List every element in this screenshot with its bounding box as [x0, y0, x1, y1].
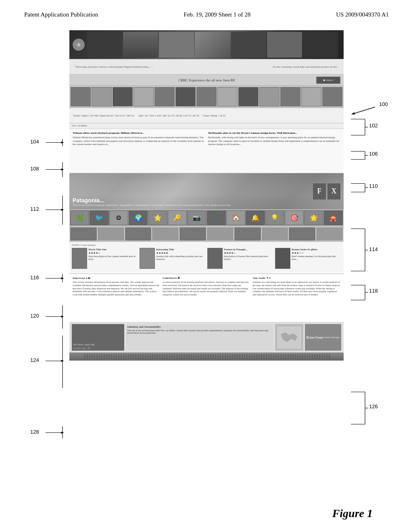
movie-title-1: Movie Title One — [88, 248, 138, 251]
feature-overlay: F X — [313, 183, 340, 200]
nav-search: “ Browsing Ancestry Library with Include… — [73, 64, 154, 69]
band-netflix: Netflix Long Queues Movie Title One ★★★★… — [69, 242, 344, 274]
thumb-1 — [71, 87, 91, 106]
page-container: Patent Application Publication Feb. 19, … — [0, 0, 413, 532]
stars-3: ★★★★☆ — [224, 251, 273, 255]
col1-title: Important ● ▶ — [73, 276, 160, 280]
thumb-2 — [92, 87, 112, 106]
webpage-screenshot: ⚙ “ Browsing Ancestry Library with Inclu… — [69, 30, 344, 361]
small-thumb-6 — [207, 227, 234, 241]
thumb-5 — [154, 87, 175, 106]
label-112: 112 — [30, 206, 39, 212]
netflix-item-1: Movie Title One ★★★★☆ Short description … — [72, 248, 138, 272]
overlay-f: F — [313, 183, 326, 200]
label-126: 126 — [369, 403, 378, 409]
icon-thumb-8: 🎵 — [207, 210, 226, 225]
thumb-8 — [217, 87, 238, 106]
band-three-col: Important ● ▶ This section contains info… — [69, 274, 344, 322]
col1-body: This section contains information about … — [73, 281, 160, 297]
netflix-item-2: Interesting Title ★★★★★ Another title wi… — [140, 248, 206, 272]
netflix-info-3: Feature in Triangle... ★★★★☆ Description… — [224, 248, 273, 272]
stat-3: Close | Week | 19.31 — [201, 114, 227, 118]
band-footer — [69, 353, 344, 361]
band-icon-thumbs: 🌿 🐦 ⚙ 🌍 ⭐ 🔑 📷 🎵 🏠 🔔 💡 🎯 🌟 🎪 — [69, 210, 344, 227]
netflix-item-4: Drama Series #2 glitter ★★★☆☆ Brief cont… — [275, 248, 341, 272]
small-thumb-1 — [70, 227, 97, 241]
thumb-7 — [196, 87, 217, 106]
small-thumb-9 — [289, 227, 315, 241]
col2-body: A critical analysis of the existing plat… — [163, 281, 250, 297]
label-104: 104 — [30, 139, 39, 145]
figure-caption: Figure 1 — [332, 507, 381, 520]
band-feature: Patagonia... This is our kind of company… — [69, 173, 344, 210]
netflix-img-1 — [72, 248, 87, 269]
icon-thumb-6: 🔑 — [168, 210, 187, 225]
overlay-x: X — [327, 183, 340, 200]
label-124: 124 — [30, 357, 39, 363]
icon-thumb-10: 🔔 — [246, 210, 265, 225]
netflix-img-4 — [275, 248, 290, 269]
nav-right-text: On this Genealogy social links and advan… — [271, 64, 340, 69]
icon-thumb-11: 💡 — [265, 210, 284, 225]
header-img-4 — [195, 32, 230, 58]
label-120: 120 — [30, 313, 39, 319]
three-col-3: Sub-Audit ✦ 9 Subtitles in a sub-listing… — [253, 276, 340, 320]
header-img-1 — [87, 32, 122, 58]
movie-title-2: Interesting Title — [156, 248, 206, 251]
small-thumb-4 — [152, 227, 179, 241]
map-svg — [277, 326, 301, 349]
diagram-area: 100 102 104 106 — [0, 22, 413, 532]
icon-thumb-7: 📷 — [187, 210, 206, 225]
netflix-title: Netflix Long Queues — [72, 243, 341, 247]
netflix-img-2 — [140, 248, 155, 269]
label-118: 118 — [369, 288, 378, 294]
ad-text: CBBC Experience the all new Juen R8 — [178, 78, 235, 82]
movie-desc-4: Brief content summary for this particula… — [292, 255, 341, 261]
thumb-12 — [301, 87, 321, 106]
stat-1: Ticker | Split | 10/+08 | Open-20.22 | V… — [72, 114, 136, 118]
bottom-left-title: All News April 8th — [73, 343, 123, 346]
header-left-text: Patent Application Publication — [24, 11, 98, 18]
label-110: 110 — [369, 183, 378, 189]
article-2-title: McDonalds aims to cut the Dyson's famous… — [208, 131, 340, 135]
article-col-1: Tribune offers stock buyback program: Bi… — [73, 131, 205, 170]
small-thumb-3 — [125, 227, 152, 241]
feature-tagline: This is our kind of company: Innovative,… — [73, 204, 231, 207]
band-header: ⚙ — [69, 30, 344, 59]
stars-1: ★★★★☆ — [88, 251, 138, 255]
netflix-info-2: Interesting Title ★★★★★ Another title wi… — [156, 248, 206, 272]
col3-body: Subtitles in a sub-listing are more like… — [253, 281, 340, 297]
bottom-center-body: This list of the archived data links Wts… — [127, 329, 272, 334]
patent-header: Patent Application Publication Feb. 19, … — [0, 0, 413, 22]
header-center-text: Feb. 19, 2009 Sheet 1 of 28 — [184, 11, 250, 18]
bottom-right-panel: Brian GunnContent Manager — [305, 324, 341, 351]
stars-2: ★★★★★ — [156, 251, 206, 255]
small-thumb-7 — [234, 227, 261, 241]
icon-thumb-14: 🎪 — [324, 210, 343, 225]
movie-desc-1: Short description of the content availab… — [88, 255, 138, 261]
label-108: 108 — [30, 166, 39, 172]
icon-thumb-5: ⭐ — [148, 210, 167, 225]
thumb-11 — [280, 87, 300, 106]
header-img-7 — [303, 32, 338, 58]
movie-title-4: Drama Series #2 glitter — [292, 248, 341, 251]
icon-thumb-3: ⚙ — [109, 210, 128, 225]
article-1-title: Tribune offers stock buyback program: Bi… — [73, 131, 205, 135]
label-116: 116 — [30, 274, 39, 281]
netflix-img-3 — [207, 248, 223, 269]
thumb-6 — [175, 87, 196, 106]
label-100-text: 100 — [379, 101, 388, 107]
svg-text:⚙: ⚙ — [77, 43, 80, 47]
bottom-center-panel: Solutions and Sustainability This list o… — [126, 324, 273, 351]
ad-button[interactable]: ▶ Watch — [316, 77, 340, 84]
header-img-6 — [267, 32, 302, 58]
stars-4: ★★★☆☆ — [292, 251, 341, 255]
icon-thumb-2: 🐦 — [90, 210, 108, 225]
icon-thumb-12: 🎯 — [285, 210, 304, 225]
site-logo: ⚙ — [73, 39, 85, 51]
small-thumb-10 — [316, 227, 343, 241]
netflix-info-4: Drama Series #2 glitter ★★★☆☆ Brief cont… — [292, 248, 341, 272]
thumb-3 — [113, 87, 133, 106]
thumb-13 — [322, 87, 342, 106]
netflix-info-1: Movie Title One ★★★★☆ Short description … — [88, 248, 138, 272]
